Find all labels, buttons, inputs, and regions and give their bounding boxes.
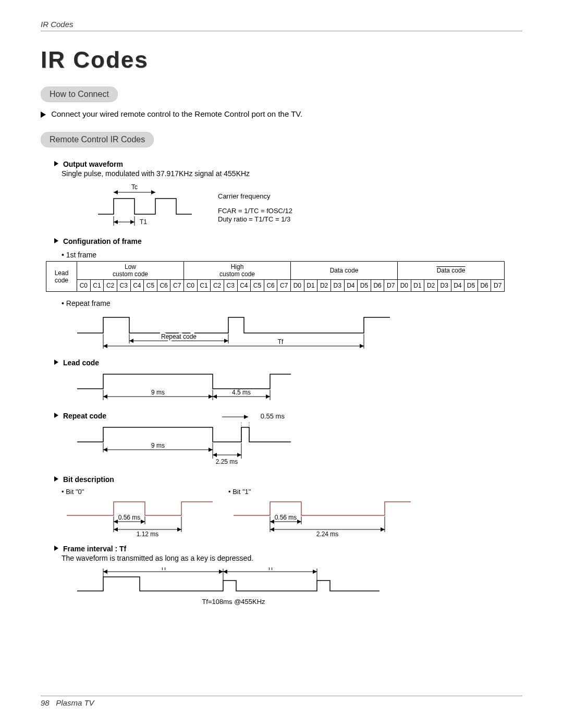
bit1-0.56ms: 0.56 ms <box>275 514 297 521</box>
top-rule <box>41 31 522 31</box>
triangle-icon <box>54 413 58 418</box>
svg-marker-52 <box>297 520 301 524</box>
frame-cell: C0 <box>184 280 198 292</box>
tc-label: Tc <box>131 183 138 191</box>
heading-text: Configuration of frame <box>63 237 142 245</box>
repeat-9ms: 9 ms <box>151 442 165 449</box>
connect-body: Connect your wired remote control to the… <box>41 109 522 118</box>
frame-cell: D6 <box>478 280 491 292</box>
duty-label: Duty ratio = T1/TC = 1/3 <box>218 215 290 223</box>
frame-cell: C4 <box>237 280 251 292</box>
page-footer: 98 Plasma TV <box>41 696 522 707</box>
frame-cell: C5 <box>144 280 157 292</box>
frame-header: Lowcustom code <box>77 262 184 280</box>
svg-marker-9 <box>129 339 133 343</box>
tf1: Tf <box>161 567 166 572</box>
svg-marker-20 <box>103 394 107 399</box>
heading-repeat-code: Repeat code 0.55 ms <box>54 412 522 420</box>
footer-text: Plasma TV <box>56 698 94 707</box>
frame-cell: D5 <box>358 280 371 292</box>
frame-cell: C3 <box>224 280 237 292</box>
frame-header: Highcustom code <box>184 262 291 280</box>
svg-marker-35 <box>237 453 241 457</box>
svg-marker-32 <box>209 448 213 452</box>
triangle-icon <box>54 238 58 243</box>
first-frame-bullet: 1st frame <box>62 251 522 259</box>
table-first-frame: Lead codeLowcustom codeHighcustom codeDa… <box>46 261 522 292</box>
svg-marker-23 <box>213 394 217 399</box>
svg-marker-13 <box>103 344 107 348</box>
fcar-label: FCAR = 1/TC = fOSC/12 <box>218 207 292 215</box>
bit1-2.24ms: 2.24 ms <box>316 530 339 537</box>
repeat-frame-bullet: Repeat frame <box>62 299 522 307</box>
frame-cell: C7 <box>277 280 291 292</box>
frame-cell: D4 <box>344 280 358 292</box>
svg-marker-51 <box>270 520 274 524</box>
frame-cell: D3 <box>437 280 451 292</box>
bit0-1.12ms: 1.12 ms <box>137 530 159 537</box>
heading-text: Frame interval : Tf <box>63 545 126 553</box>
svg-marker-34 <box>213 453 217 457</box>
svg-marker-43 <box>141 520 145 524</box>
frame-header: Data code <box>291 262 398 280</box>
frame-cell: D4 <box>451 280 464 292</box>
heading-text: Output waveform <box>63 160 123 168</box>
svg-marker-63 <box>223 570 227 574</box>
frame-cell: C2 <box>211 280 224 292</box>
svg-marker-4 <box>114 220 118 224</box>
triangle-icon <box>41 112 46 118</box>
section-remote-codes: Remote Control IR Codes <box>41 132 154 147</box>
t1-label: T1 <box>140 218 147 226</box>
frame-cell: C1 <box>197 280 211 292</box>
repeat-2.25ms: 2.25 ms <box>216 458 238 465</box>
frame-header: Data code <box>398 262 505 280</box>
heading-text: Repeat code <box>63 412 106 420</box>
svg-marker-2 <box>151 190 155 194</box>
triangle-icon <box>54 161 58 166</box>
svg-marker-5 <box>130 220 134 224</box>
frame-cell: D1 <box>304 280 317 292</box>
frame-cell: C3 <box>117 280 130 292</box>
svg-marker-55 <box>381 527 385 532</box>
frame-interval-description: The waveform is transmitted as long as a… <box>62 554 522 562</box>
svg-marker-10 <box>224 339 228 343</box>
diagram-bit-description: • Bit "0" 0.56 ms 1.12 ms • Bit "1" 0.56 <box>62 485 522 537</box>
svg-marker-61 <box>219 570 223 574</box>
svg-marker-42 <box>114 520 118 524</box>
diagram-repeat-code: 9 ms 2.25 ms <box>72 421 522 468</box>
heading-configuration: Configuration of frame <box>54 237 522 245</box>
frame-cell: D2 <box>317 280 331 292</box>
tf2: Tf <box>267 567 273 572</box>
svg-marker-45 <box>114 527 118 532</box>
heading-frame-interval: Frame interval : Tf <box>54 545 522 553</box>
triangle-icon <box>54 476 58 482</box>
bit0-label: Bit "0" <box>66 488 84 496</box>
diagram-repeat-frame: Repeat code Repeat code Tf <box>72 310 522 351</box>
bit1-label: Bit "1" <box>232 488 251 496</box>
repeat-0.55ms: 0.55 ms <box>261 412 285 420</box>
frame-cell: C1 <box>90 280 104 292</box>
frame-cell: D5 <box>464 280 478 292</box>
svg-marker-60 <box>103 570 107 574</box>
svg-marker-46 <box>177 527 181 532</box>
page-title: IR Codes <box>41 47 522 73</box>
bit0-0.56ms: 0.56 ms <box>118 514 141 521</box>
frame-cell: D0 <box>291 280 304 292</box>
frame-cell: D0 <box>398 280 411 292</box>
frame-cell: C2 <box>104 280 117 292</box>
frame-cell: D3 <box>331 280 344 292</box>
svg-marker-64 <box>313 570 317 574</box>
heading-text: Bit description <box>63 475 114 484</box>
lead-4.5ms: 4.5 ms <box>232 389 251 396</box>
frame-cell: C7 <box>170 280 184 292</box>
frame-header: Lead code <box>46 262 77 292</box>
svg-marker-24 <box>266 394 270 399</box>
lead-9ms: 9 ms <box>151 389 165 396</box>
output-waveform-description: Single pulse, modulated with 37.917KHz s… <box>62 169 522 178</box>
frame-cell: D7 <box>491 280 505 292</box>
connect-text: Connect your wired remote control to the… <box>51 109 302 118</box>
svg-marker-29 <box>244 415 248 419</box>
triangle-icon <box>54 546 58 551</box>
svg-marker-1 <box>114 190 118 194</box>
frame-cell: D7 <box>384 280 398 292</box>
